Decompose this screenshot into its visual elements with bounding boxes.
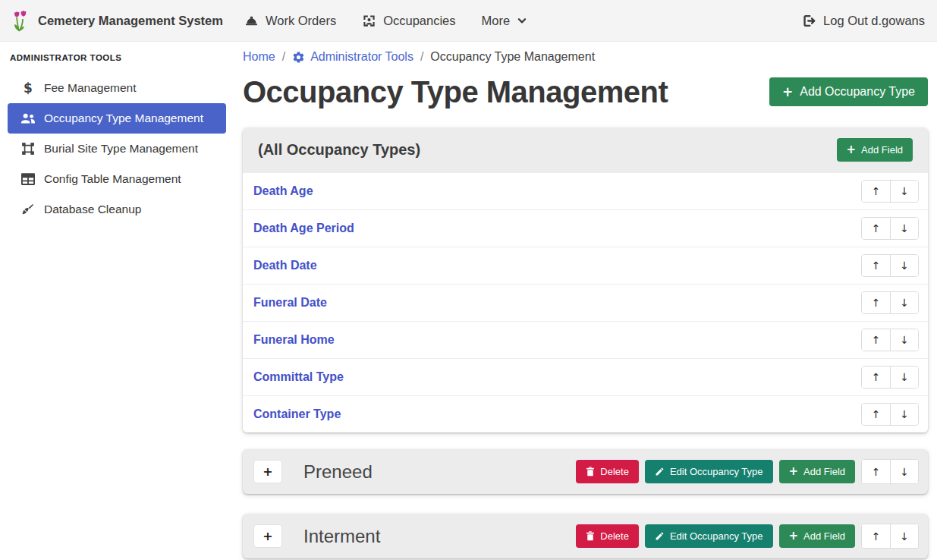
sidebar-item-label: Burial Site Type Management (44, 142, 198, 156)
move-up-button[interactable]: ↑ (862, 255, 890, 276)
add-occupancy-type-label: Add Occupancy Type (800, 85, 915, 99)
edit-occupancy-type-label: Edit Occupancy Type (670, 466, 763, 477)
card-title: (All Occupancy Types) (258, 141, 420, 159)
expand-button[interactable]: + (253, 460, 282, 483)
top-navbar: Cemetery Management System Work Orders (0, 0, 937, 42)
move-up-button[interactable]: ↑ (862, 367, 890, 388)
navbar-links: Work Orders Occupancies More (244, 14, 527, 28)
title-row: Occupancy Type Management + Add Occupanc… (243, 74, 928, 109)
sidebar-item-burial-site-type-management[interactable]: Burial Site Type Management (8, 134, 226, 164)
field-row-death-age-period: Death Age Period ↑ ↓ (243, 209, 928, 247)
logout-label: Log Out d.gowans (823, 14, 925, 28)
up-arrow-icon: ↑ (872, 334, 881, 346)
field-link[interactable]: Funeral Date (253, 296, 327, 310)
field-link[interactable]: Death Age (253, 184, 313, 198)
reorder-button-group: ↑ ↓ (861, 403, 919, 426)
nav-occupancies[interactable]: Occupancies (362, 14, 455, 28)
edit-occupancy-type-button[interactable]: Edit Occupancy Type (645, 524, 773, 548)
move-down-button[interactable]: ↓ (890, 255, 918, 276)
brand[interactable]: Cemetery Management System (12, 8, 223, 33)
gear-icon (292, 51, 305, 64)
move-up-button[interactable]: ↑ (862, 404, 890, 425)
logout-button[interactable]: Log Out d.gowans (802, 14, 925, 28)
expand-button[interactable]: + (253, 524, 282, 548)
move-down-button[interactable]: ↓ (890, 460, 918, 483)
field-link[interactable]: Death Age Period (253, 222, 354, 235)
card-header: (All Occupancy Types) + Add Field (243, 127, 928, 172)
move-up-button[interactable]: ↑ (862, 218, 890, 239)
add-field-label: Add Field (803, 466, 845, 477)
users-icon (18, 112, 38, 124)
up-arrow-icon: ↑ (872, 530, 881, 543)
delete-button[interactable]: Delete (576, 524, 639, 548)
plus-icon: + (782, 86, 793, 99)
hard-hat-icon (244, 14, 259, 28)
chevron-down-icon (517, 15, 527, 26)
add-occupancy-type-button[interactable]: + Add Occupancy Type (769, 77, 928, 106)
breadcrumb-separator: / (282, 50, 285, 64)
nav-work-orders[interactable]: Work Orders (244, 14, 336, 28)
nav-work-orders-label: Work Orders (266, 14, 336, 28)
down-arrow-icon: ↓ (900, 260, 909, 272)
field-link[interactable]: Container Type (253, 407, 341, 421)
move-down-button[interactable]: ↓ (890, 524, 918, 548)
field-row-funeral-home: Funeral Home ↑ ↓ (243, 321, 928, 358)
delete-button[interactable]: Delete (576, 460, 639, 483)
move-down-button[interactable]: ↓ (890, 404, 918, 425)
plus-icon: + (263, 464, 272, 479)
all-occupancy-types-card: (All Occupancy Types) + Add Field Death … (243, 127, 928, 433)
move-up-button[interactable]: ↑ (862, 329, 890, 351)
app-title: Cemetery Management System (38, 14, 223, 28)
plus-icon: + (789, 466, 799, 477)
field-row-funeral-date: Funeral Date ↑ ↓ (243, 284, 928, 321)
edit-occupancy-type-button[interactable]: Edit Occupancy Type (645, 460, 773, 483)
field-link[interactable]: Committal Type (253, 370, 344, 384)
breadcrumb: Home / Administrator Tools / Occupancy T… (243, 50, 928, 64)
move-down-button[interactable]: ↓ (890, 292, 918, 313)
add-field-label: Add Field (861, 144, 903, 156)
move-up-button[interactable]: ↑ (862, 181, 890, 202)
breadcrumb-separator: / (420, 50, 423, 64)
down-arrow-icon: ↓ (900, 408, 909, 420)
move-down-button[interactable]: ↓ (890, 367, 918, 388)
move-down-button[interactable]: ↓ (890, 218, 918, 239)
move-up-button[interactable]: ↑ (862, 524, 890, 548)
broom-icon (18, 203, 38, 216)
field-link[interactable]: Death Date (253, 259, 317, 272)
add-field-button[interactable]: + Add Field (779, 524, 856, 548)
reorder-button-group: ↑ ↓ (861, 254, 919, 277)
reorder-button-group: ↑ ↓ (861, 180, 919, 203)
delete-label: Delete (600, 530, 629, 542)
move-up-button[interactable]: ↑ (862, 460, 890, 483)
field-row-death-age: Death Age ↑ ↓ (243, 172, 928, 209)
add-field-button[interactable]: + Add Field (837, 138, 913, 162)
sidebar-item-label: Occupancy Type Management (44, 112, 203, 125)
breadcrumb-admin-tools-link[interactable]: Administrator Tools (292, 50, 413, 64)
sidebar-item-fee-management[interactable]: $ Fee Management (8, 73, 226, 103)
down-arrow-icon: ↓ (900, 530, 909, 543)
breadcrumb-home-link[interactable]: Home (243, 50, 275, 64)
trash-icon (586, 467, 595, 477)
nav-more[interactable]: More (482, 14, 528, 28)
section-title: Interment (303, 526, 380, 547)
move-down-button[interactable]: ↓ (890, 181, 918, 202)
sidebar-item-occupancy-type-management[interactable]: Occupancy Type Management (8, 103, 226, 134)
move-up-button[interactable]: ↑ (862, 292, 890, 313)
reorder-button-group: ↑ ↓ (861, 366, 919, 389)
down-arrow-icon: ↓ (900, 334, 909, 346)
sidebar-item-config-table-management[interactable]: Config Table Management (8, 164, 226, 194)
dollar-icon: $ (18, 80, 38, 96)
occupancy-frame-icon (362, 14, 376, 28)
sidebar-item-database-cleanup[interactable]: Database Cleanup (8, 194, 226, 225)
down-arrow-icon: ↓ (900, 466, 909, 478)
field-link[interactable]: Funeral Home (253, 333, 335, 347)
reorder-button-group: ↑ ↓ (861, 524, 919, 549)
breadcrumb-current: Occupancy Type Management (430, 50, 595, 64)
sidebar-item-label: Fee Management (44, 81, 137, 95)
field-row-container-type: Container Type ↑ ↓ (243, 395, 928, 433)
add-field-button[interactable]: + Add Field (779, 460, 856, 483)
reorder-button-group: ↑ ↓ (861, 291, 919, 314)
plus-icon: + (847, 144, 857, 156)
nav-more-label: More (482, 14, 511, 28)
move-down-button[interactable]: ↓ (890, 329, 918, 351)
